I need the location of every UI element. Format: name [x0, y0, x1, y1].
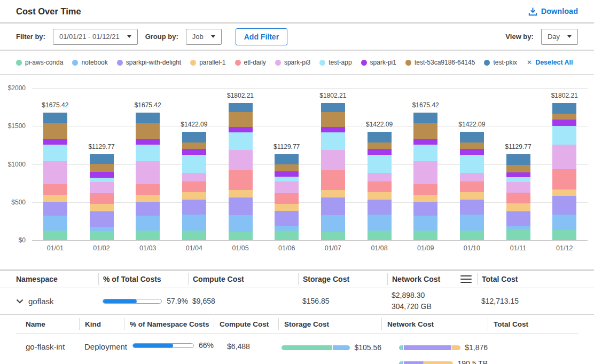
- bar-segment-test-53ca9186-64145[interactable]: [43, 123, 67, 139]
- bar-segment-test-pkix[interactable]: [413, 113, 437, 123]
- bar-segment-spark-pi3[interactable]: [506, 182, 530, 193]
- bar-segment-parallel-1[interactable]: [413, 195, 437, 202]
- bar-segment-test-53ca9186-64145[interactable]: [460, 143, 484, 149]
- bar-segment-spark-pi3[interactable]: [413, 161, 437, 184]
- bar-segment-etl-daily[interactable]: [229, 170, 253, 190]
- namespace-row-goflask[interactable]: goflask 57.9% $9,658 $156.85 $2,898.30 3…: [0, 288, 594, 315]
- bar-segment-spark-pi1[interactable]: [136, 139, 160, 144]
- bar-segment-parallel-1[interactable]: [368, 192, 392, 200]
- bar-segment-spark-pi1[interactable]: [43, 139, 67, 144]
- bar-segment-test-pkix[interactable]: [368, 132, 392, 143]
- download-button[interactable]: Download: [528, 7, 578, 16]
- bar-segment-pi-aws-conda[interactable]: [413, 231, 437, 240]
- bar-segment-pi-aws-conda[interactable]: [229, 232, 253, 240]
- legend-item-test-pkix[interactable]: test-pkix: [484, 59, 517, 66]
- legend-item-test-app[interactable]: test-app: [319, 59, 351, 66]
- bar-segment-etl-daily[interactable]: [275, 193, 299, 204]
- bar-segment-pi-aws-conda[interactable]: [368, 231, 392, 240]
- bar-segment-etl-daily[interactable]: [90, 193, 114, 204]
- bar-segment-spark-pi1[interactable]: [321, 127, 345, 132]
- bar-segment-test-pkix[interactable]: [275, 154, 299, 164]
- bar-segment-test-53ca9186-64145[interactable]: [229, 112, 253, 127]
- bar-segment-parallel-1[interactable]: [229, 190, 253, 197]
- bar-segment-test-pkix[interactable]: [552, 103, 576, 114]
- bar-segment-sparkpi-with-delight[interactable]: [413, 202, 437, 216]
- bar-segment-test-app[interactable]: [275, 177, 299, 181]
- bar-segment-spark-pi1[interactable]: [229, 127, 253, 132]
- bar-segment-parallel-1[interactable]: [43, 195, 67, 202]
- bar-segment-etl-daily[interactable]: [321, 170, 345, 190]
- legend-item-notebook[interactable]: notebook: [72, 59, 107, 66]
- legend-item-parallel-1[interactable]: parallel-1: [190, 59, 225, 66]
- bar-segment-pi-aws-conda[interactable]: [460, 231, 484, 240]
- bar-segment-etl-daily[interactable]: [136, 184, 160, 195]
- bar-segment-sparkpi-with-delight[interactable]: [136, 202, 160, 216]
- bar-segment-notebook[interactable]: [321, 215, 345, 232]
- bar-segment-pi-aws-conda[interactable]: [90, 231, 114, 240]
- view-by-select[interactable]: Day: [541, 29, 578, 45]
- bar-segment-spark-pi3[interactable]: [43, 161, 67, 184]
- bar-segment-notebook[interactable]: [229, 215, 253, 232]
- bar-segment-notebook[interactable]: [90, 227, 114, 231]
- bar-segment-test-53ca9186-64145[interactable]: [368, 143, 392, 149]
- bar-segment-test-pkix[interactable]: [182, 132, 206, 143]
- deselect-all-button[interactable]: ✕ Deselect All: [527, 59, 573, 66]
- bar-segment-test-53ca9186-64145[interactable]: [136, 123, 160, 139]
- bar-segment-test-pkix[interactable]: [136, 113, 160, 123]
- bar-segment-test-app[interactable]: [368, 155, 392, 173]
- bar-segment-spark-pi3[interactable]: [321, 150, 345, 170]
- legend-item-spark-pi1[interactable]: spark-pi1: [361, 59, 396, 66]
- bar-segment-test-53ca9186-64145[interactable]: [275, 164, 299, 171]
- bar-segment-spark-pi1[interactable]: [275, 171, 299, 177]
- chevron-down-icon[interactable]: [16, 299, 24, 304]
- bar-segment-test-pkix[interactable]: [90, 154, 114, 164]
- bar-segment-test-53ca9186-64145[interactable]: [182, 143, 206, 149]
- legend-item-sparkpi-with-delight[interactable]: sparkpi-with-delight: [117, 59, 181, 66]
- bar-segment-pi-aws-conda[interactable]: [275, 231, 299, 240]
- bar-segment-spark-pi3[interactable]: [552, 145, 576, 169]
- legend-item-etl-daily[interactable]: etl-daily: [235, 59, 266, 66]
- bar-segment-spark-pi1[interactable]: [182, 149, 206, 154]
- bar-segment-spark-pi1[interactable]: [413, 139, 437, 144]
- bar-segment-parallel-1[interactable]: [460, 192, 484, 200]
- bar-segment-test-app[interactable]: [413, 145, 437, 161]
- bar-segment-test-53ca9186-64145[interactable]: [321, 112, 345, 127]
- bar-segment-sparkpi-with-delight[interactable]: [90, 211, 114, 227]
- bar-segment-notebook[interactable]: [136, 216, 160, 231]
- bar-segment-parallel-1[interactable]: [90, 204, 114, 211]
- bar-segment-sparkpi-with-delight[interactable]: [460, 200, 484, 215]
- bar-segment-spark-pi3[interactable]: [460, 173, 484, 181]
- bar-segment-spark-pi3[interactable]: [368, 173, 392, 181]
- bar-segment-test-pkix[interactable]: [506, 154, 530, 165]
- bar-segment-notebook[interactable]: [368, 215, 392, 231]
- column-menu-icon[interactable]: [459, 274, 473, 284]
- bar-segment-etl-daily[interactable]: [43, 184, 67, 195]
- bar-segment-sparkpi-with-delight[interactable]: [552, 196, 576, 215]
- bar-segment-parallel-1[interactable]: [321, 190, 345, 197]
- bar-segment-etl-daily[interactable]: [182, 181, 206, 192]
- bar-segment-notebook[interactable]: [460, 215, 484, 231]
- bar-segment-sparkpi-with-delight[interactable]: [43, 202, 67, 216]
- legend-item-test-53ca9186-64145[interactable]: test-53ca9186-64145: [405, 59, 475, 66]
- bar-segment-test-app[interactable]: [321, 132, 345, 150]
- bar-segment-parallel-1[interactable]: [552, 189, 576, 196]
- bar-segment-spark-pi1[interactable]: [90, 172, 114, 178]
- bar-segment-test-app[interactable]: [90, 178, 114, 182]
- bar-segment-notebook[interactable]: [413, 216, 437, 231]
- bar-segment-spark-pi1[interactable]: [460, 149, 484, 154]
- bar-segment-sparkpi-with-delight[interactable]: [229, 197, 253, 215]
- bar-segment-pi-aws-conda[interactable]: [506, 230, 530, 240]
- bar-segment-pi-aws-conda[interactable]: [136, 231, 160, 240]
- bar-segment-notebook[interactable]: [182, 215, 206, 231]
- bar-segment-etl-daily[interactable]: [460, 181, 484, 192]
- bar-segment-spark-pi3[interactable]: [275, 181, 299, 193]
- bar-segment-spark-pi1[interactable]: [506, 172, 530, 178]
- bar-segment-test-app[interactable]: [506, 177, 530, 182]
- bar-segment-spark-pi3[interactable]: [90, 182, 114, 193]
- bar-segment-etl-daily[interactable]: [506, 193, 530, 203]
- bar-segment-test-pkix[interactable]: [229, 103, 253, 112]
- bar-segment-test-pkix[interactable]: [321, 103, 345, 112]
- bar-segment-parallel-1[interactable]: [506, 203, 530, 211]
- bar-segment-test-app[interactable]: [136, 145, 160, 161]
- bar-segment-sparkpi-with-delight[interactable]: [368, 200, 392, 215]
